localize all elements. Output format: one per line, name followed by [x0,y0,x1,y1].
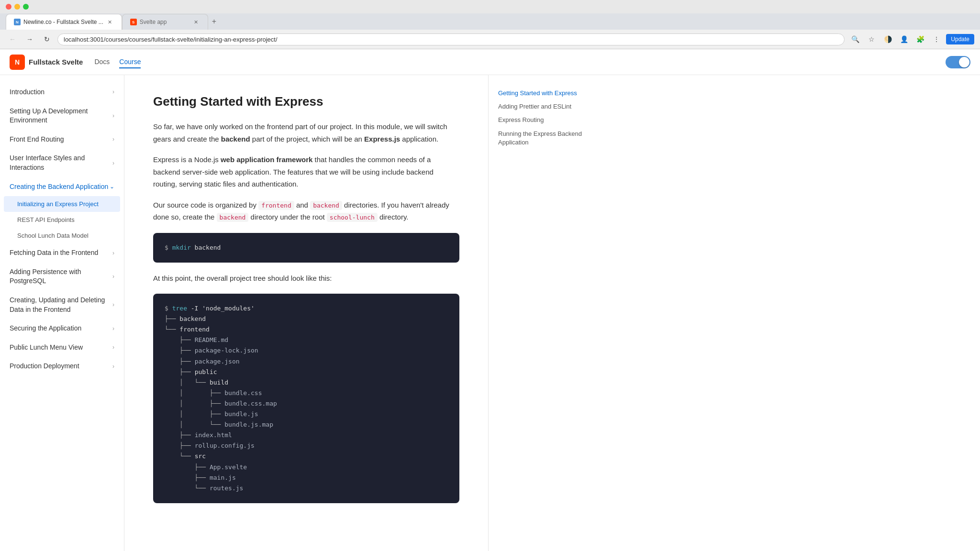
logo-area: N Fullstack Svelte [10,55,83,70]
sidebar-item-production[interactable]: Production Deployment › [0,357,124,376]
new-tab-button[interactable]: + [208,13,220,30]
sidebar-item-routing[interactable]: Front End Routing › [0,130,124,149]
sidebar-label-fetching: Fetching Data in the Frontend [10,248,98,258]
toc-item-prettier[interactable]: Adding Prettier and ESLint [498,100,584,113]
forward-button[interactable]: → [23,33,36,46]
app-body: Introduction › Setting Up A Development … [0,75,980,551]
sidebar-item-introduction[interactable]: Introduction › [0,83,124,102]
extensions-icon-btn[interactable]: 🧩 [913,33,927,46]
theme-toggle[interactable] [946,56,970,68]
sidebar-subitem-express-project[interactable]: Initializing an Express Project [4,196,120,212]
chevron-lunch-menu: › [112,343,114,352]
sidebar-item-dev-env[interactable]: Setting Up A Development Environment › [0,102,124,130]
sidebar-label-backend: Creating the Backend Application [10,182,108,192]
cmd-backend-arg: backend [191,244,221,251]
chevron-fetching: › [112,249,114,257]
sidebar-subitem-rest-api[interactable]: REST API Endpoints [0,212,124,228]
chevron-dev-env: › [112,112,114,120]
toc-item-running-backend[interactable]: Running the Express Backend Application [498,127,584,149]
tree-line-backend: ├── backend [165,314,448,324]
sidebar-item-ui-styles[interactable]: User Interface Styles and Interactions › [0,149,124,177]
app-header: N Fullstack Svelte Docs Course [0,49,980,75]
chevron-securing: › [112,325,114,333]
sidebar-item-fetching[interactable]: Fetching Data in the Frontend › [0,243,124,263]
sidebar-item-persistence[interactable]: Adding Persistence with PostgreSQL › [0,263,124,291]
sidebar-label-persistence: Adding Persistence with PostgreSQL [10,267,112,286]
window-minimize-btn[interactable] [14,4,20,10]
window-close-btn[interactable] [6,4,11,10]
tree-line-index: ├── index.html [165,430,448,441]
menu-icon-btn[interactable]: ⋮ [930,33,943,46]
header-nav: Docs Course [94,56,141,68]
tree-line-rollup: ├── rollup.config.js [165,441,448,451]
theme-icon-btn[interactable]: 🌗 [881,33,894,46]
update-button[interactable]: Update [946,34,974,44]
back-button[interactable]: ← [6,33,19,46]
tree-line-routes: └── routes.js [165,483,448,494]
tab-bar: N Newline.co - Fullstack Svelte ... ✕ S … [0,13,980,30]
profile-icon-btn[interactable]: 👤 [897,33,911,46]
sidebar-label-introduction: Introduction [10,88,45,97]
tree-line-src: └── src [165,451,448,462]
content-para-2: Express is a Node.js web application fra… [153,154,459,190]
sidebar-label-production: Production Deployment [10,362,79,371]
browser-titlebar [0,0,980,13]
address-bar[interactable]: localhost:3001/courses/courses/fullstack… [57,33,845,45]
sidebar-item-backend[interactable]: Creating the Backend Application ⌄ [0,177,124,197]
sidebar-subitem-data-model[interactable]: School Lunch Data Model [0,228,124,243]
subitem-label-rest: REST API Endpoints [17,216,75,223]
code-backend-1: backend [310,201,342,210]
sidebar-item-lunch-menu[interactable]: Public Lunch Menu View › [0,338,124,357]
sidebar-item-securing[interactable]: Securing the Application › [0,319,124,338]
bold-expressjs: Express.js [364,135,400,143]
tree-line-pkg-lock: ├── package-lock.json [165,345,448,356]
logo-icon: N [10,55,25,70]
tree-line-cmd: $ tree -I 'node_modules' [165,303,448,314]
tree-line-readme: ├── README.md [165,335,448,345]
browser-tab-inactive[interactable]: S Svelte app ✕ [122,14,208,30]
tab-close-btn-1[interactable]: ✕ [106,18,114,26]
toc-item-getting-started[interactable]: Getting Started with Express [498,87,584,100]
bookmark-icon-btn[interactable]: ☆ [865,33,878,46]
browser-toolbar: ← → ↻ localhost:3001/courses/courses/ful… [0,30,980,49]
code-frontend: frontend [258,201,294,210]
content-para-3: Our source code is organized by frontend… [153,199,459,223]
sidebar: Introduction › Setting Up A Development … [0,75,124,551]
tree-line-app: ├── App.svelte [165,462,448,473]
nav-course[interactable]: Course [119,56,141,68]
chevron-routing: › [112,135,114,143]
search-icon-btn[interactable]: 🔍 [848,33,862,46]
tree-line-bundle-js-map: │ └── bundle.js.map [165,419,448,430]
tree-line-main: ├── main.js [165,473,448,483]
refresh-button[interactable]: ↻ [40,33,54,46]
header-right [946,56,970,68]
app-title: Fullstack Svelte [29,58,83,66]
sidebar-label-crud: Creating, Updating and Deleting Data in … [10,296,112,314]
cmd-tree: tree [172,305,187,312]
tree-line-bundle-css-map: │ ├── bundle.css.map [165,398,448,409]
sidebar-item-crud[interactable]: Creating, Updating and Deleting Data in … [0,291,124,319]
content-tree-label: At this point, the overall project tree … [153,272,459,285]
chevron-crud: › [112,301,114,309]
bold-backend: backend [221,135,250,143]
sidebar-label-lunch-menu: Public Lunch Menu View [10,343,83,353]
chevron-production: › [112,363,114,371]
browser-tab-active[interactable]: N Newline.co - Fullstack Svelte ... ✕ [6,14,122,30]
browser-chrome: N Newline.co - Fullstack Svelte ... ✕ S … [0,0,980,49]
chevron-ui-styles: › [112,159,114,167]
sidebar-label-securing: Securing the Application [10,324,81,333]
tab-favicon-2: S [130,19,137,25]
content-title: Getting Started with Express [153,94,459,109]
nav-docs[interactable]: Docs [94,56,110,68]
main-content: Getting Started with Express So far, we … [124,75,488,551]
code-block-mkdir: $ mkdir backend [153,233,459,263]
subitem-label-data-model: School Lunch Data Model [17,232,89,239]
cmd-mkdir: mkdir [172,244,191,251]
tab-close-btn-2[interactable]: ✕ [192,18,200,26]
tab-favicon-1: N [14,19,21,25]
toc-item-express-routing[interactable]: Express Routing [498,113,584,127]
address-text: localhost:3001/courses/courses/fullstack… [64,36,838,43]
window-maximize-btn[interactable] [23,4,29,10]
sidebar-label-ui-styles: User Interface Styles and Interactions [10,154,112,172]
bold-framework: web application framework [221,155,313,164]
